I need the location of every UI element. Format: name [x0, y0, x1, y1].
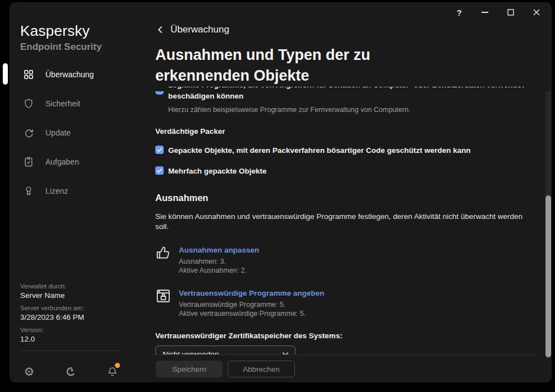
- checkbox-label: beschädigen können: [168, 91, 536, 101]
- checkbox-checked[interactable]: [155, 166, 164, 175]
- checkbox-label: Gepackte Objekte, mit deren Packverfahre…: [168, 145, 470, 156]
- managed-by-value: Server Name: [20, 291, 84, 300]
- section-title-exclusions: Ausnahmen: [155, 193, 536, 203]
- sidebar-item-label: Sicherheit: [45, 99, 80, 108]
- footer-buttons: Speichern Abbrechen: [156, 361, 295, 377]
- clipped-checkbox-row: Legitime Programme, die von Angreifern f…: [155, 87, 536, 101]
- trusted-apps-link-row: Vertrauenswürdige Programme angeben Vert…: [155, 288, 536, 318]
- settings-scroll-area: Legitime Programme, die von Angreifern f…: [155, 87, 536, 354]
- window-controls: ?: [453, 6, 543, 18]
- cert-store-label: Vertrauenswürdiger Zertifikatspeicher de…: [155, 332, 536, 340]
- notifications-button[interactable]: [104, 363, 120, 379]
- sync-icon: [22, 127, 35, 139]
- dashboard-icon: [22, 68, 35, 81]
- sidebar-item-label: Lizenz: [45, 186, 68, 195]
- link-details: Vertrauenswürdige Programme: 5. Aktive v…: [179, 301, 325, 318]
- scrollbar-thumb[interactable]: [545, 195, 551, 357]
- sidebar-item-label: Aufgaben: [45, 157, 79, 166]
- close-button[interactable]: [530, 6, 543, 18]
- server-info: Verwaltet durch: Server Name Server verb…: [20, 283, 84, 343]
- check-icon: [156, 167, 163, 174]
- support-icon: [65, 366, 77, 377]
- adjust-exclusions-link[interactable]: Ausnahmen anpassen: [179, 246, 259, 254]
- checkbox-row: Mehrfach gepackte Objekte: [155, 166, 536, 176]
- exclusions-description: Sie können Ausnahmen und vertrauenswürdi…: [155, 212, 536, 232]
- minimize-button[interactable]: [479, 6, 491, 18]
- section-title-packers: Verdächtige Packer: [155, 127, 536, 136]
- close-icon: [533, 9, 540, 16]
- checkbox[interactable]: [155, 91, 164, 95]
- cert-store-selected-value: Nicht verwenden: [163, 350, 219, 355]
- sidebar-item-label: Überwachung: [45, 70, 94, 79]
- version-label: Version:: [20, 326, 84, 333]
- page-title: Ausnahmen und Typen der zu erkennenden O…: [155, 45, 413, 86]
- brand-product: Endpoint Security: [20, 41, 101, 53]
- thumbs-up-icon: [155, 245, 172, 261]
- support-button[interactable]: [63, 363, 78, 379]
- scrollbar-track[interactable]: [545, 91, 551, 358]
- sidebar-item-sicherheit[interactable]: Sicherheit: [10, 92, 155, 115]
- cert-store-dropdown[interactable]: Nicht verwenden: [155, 346, 295, 354]
- active-exclusions-count: Aktive Ausnahmen: 2.: [179, 267, 259, 276]
- server-connected-value: 3/28/2023 6:46 PM: [20, 313, 84, 321]
- sidebar-nav: Überwachung Sicherheit Update: [10, 63, 155, 202]
- exclusions-count: Ausnahmen: 3.: [179, 258, 259, 267]
- save-button[interactable]: Speichern: [156, 361, 223, 377]
- sidebar-item-aufgaben[interactable]: Aufgaben: [10, 151, 155, 173]
- chevron-left-icon: [158, 26, 163, 34]
- clipboard-check-icon: [22, 156, 35, 168]
- selected-nav-indicator: [3, 63, 8, 85]
- active-trusted-apps-count: Aktive vertrauenswürdige Programme: 5.: [179, 310, 325, 319]
- checkbox-label: Mehrfach gepackte Objekte: [168, 166, 267, 176]
- sidebar-footer-icons: ⚙: [21, 363, 120, 379]
- breadcrumb: Überwachung: [155, 24, 229, 35]
- trusted-apps-count: Vertrauenswürdige Programme: 5.: [179, 301, 325, 310]
- maximize-button[interactable]: [505, 6, 517, 18]
- checkbox-checked[interactable]: [155, 146, 164, 154]
- version-value: 12.0: [20, 335, 84, 343]
- managed-by-label: Verwaltet durch:: [20, 283, 84, 290]
- app-window: ? Kaspersky Endpoint Security: [10, 2, 552, 382]
- sidebar-item-update[interactable]: Update: [10, 122, 155, 144]
- exclusions-link-row: Ausnahmen anpassen Ausnahmen: 3. Aktive …: [155, 245, 536, 275]
- settings-button[interactable]: ⚙: [21, 363, 37, 379]
- back-label[interactable]: Überwachung: [170, 24, 229, 35]
- footer-divider: [155, 354, 536, 355]
- back-button[interactable]: [155, 25, 164, 35]
- server-connected-label: Server verbunden am:: [20, 305, 84, 311]
- minimize-icon: [482, 12, 488, 13]
- sidebar-divider: [20, 351, 121, 351]
- sidebar-item-ueberwachung[interactable]: Überwachung: [10, 63, 155, 86]
- notification-dot: [115, 363, 120, 368]
- shield-icon: [22, 97, 35, 110]
- cancel-button[interactable]: Abbrechen: [228, 361, 295, 377]
- sidebar-item-label: Update: [45, 128, 71, 137]
- app-lock-icon: [155, 288, 172, 304]
- trusted-apps-link[interactable]: Vertrauenswürdige Programme angeben: [179, 289, 325, 297]
- license-award-icon: [22, 185, 35, 197]
- sidebar-item-lizenz[interactable]: Lizenz: [10, 180, 155, 202]
- check-icon: [156, 147, 163, 153]
- maximize-icon: [507, 9, 514, 16]
- checkbox-description: Hierzu zählen beispielsweise Programme z…: [168, 105, 536, 114]
- app-logo: Kaspersky Endpoint Security: [20, 22, 101, 53]
- clipped-label-line: Legitime Programme, die von Angreifern f…: [168, 87, 536, 91]
- help-button[interactable]: ?: [453, 6, 465, 18]
- gear-icon: ⚙: [24, 366, 35, 377]
- checkbox-row: Gepackte Objekte, mit deren Packverfahre…: [155, 145, 536, 156]
- brand-name: Kaspersky: [20, 22, 101, 40]
- link-details: Ausnahmen: 3. Aktive Ausnahmen: 2.: [179, 258, 259, 275]
